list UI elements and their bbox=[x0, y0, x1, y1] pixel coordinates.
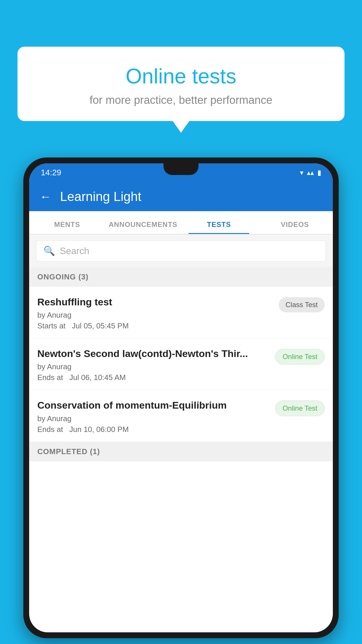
back-button[interactable]: ← bbox=[40, 190, 51, 203]
test-badge-online: Online Test bbox=[275, 400, 325, 416]
tabs-bar: MENTS ANNOUNCEMENTS TESTS VIDEOS bbox=[29, 211, 333, 235]
search-icon: 🔍 bbox=[43, 245, 55, 256]
bubble-title: Online tests bbox=[35, 64, 327, 88]
test-badge-online: Online Test bbox=[275, 349, 325, 365]
search-input[interactable]: Search bbox=[60, 246, 89, 256]
status-time: 14:29 bbox=[41, 168, 61, 177]
test-item[interactable]: Conservation of momentum-Equilibrium by … bbox=[29, 390, 333, 442]
app-bar-title: Learning Light bbox=[60, 189, 141, 204]
test-item[interactable]: Newton's Second law(contd)-Newton's Thir… bbox=[29, 338, 333, 390]
tab-announcements[interactable]: ANNOUNCEMENTS bbox=[105, 220, 181, 234]
status-bar: 14:29 ▾ ▴▴ ▮ bbox=[29, 163, 333, 182]
test-time: Starts at Jul 05, 05:45 PM bbox=[37, 321, 273, 330]
battery-icon: ▮ bbox=[317, 169, 321, 177]
test-item[interactable]: Reshuffling test by Anurag Starts at Jul… bbox=[29, 287, 333, 338]
speech-bubble-container: Online tests for more practice, better p… bbox=[17, 47, 345, 121]
ongoing-section-header: ONGOING (3) bbox=[29, 267, 333, 287]
test-info: Reshuffling test by Anurag Starts at Jul… bbox=[37, 295, 279, 330]
test-time: Ends at Jul 06, 10:45 AM bbox=[37, 373, 269, 382]
test-author: by Anurag bbox=[37, 311, 273, 320]
test-info: Conservation of momentum-Equilibrium by … bbox=[37, 399, 275, 434]
test-badge-class: Class Test bbox=[279, 297, 325, 312]
bubble-subtitle: for more practice, better performance bbox=[35, 94, 327, 106]
test-name: Conservation of momentum-Equilibrium bbox=[37, 399, 269, 412]
test-time: Ends at Jun 10, 06:00 PM bbox=[37, 425, 269, 434]
tab-videos[interactable]: VIDEOS bbox=[257, 220, 333, 234]
wifi-icon: ▾ bbox=[300, 169, 303, 177]
tab-ments[interactable]: MENTS bbox=[29, 220, 105, 234]
test-author: by Anurag bbox=[37, 362, 269, 371]
notch bbox=[164, 163, 198, 175]
test-name: Reshuffling test bbox=[37, 295, 273, 308]
signal-icon: ▴▴ bbox=[307, 169, 314, 177]
app-bar: ← Learning Light bbox=[29, 182, 333, 211]
completed-section-header: COMPLETED (1) bbox=[29, 442, 333, 461]
test-author: by Anurag bbox=[37, 414, 269, 423]
search-bar[interactable]: 🔍 Search bbox=[36, 240, 326, 261]
test-name: Newton's Second law(contd)-Newton's Thir… bbox=[37, 347, 269, 360]
tab-tests[interactable]: TESTS bbox=[181, 220, 257, 234]
phone-inner: 14:29 ▾ ▴▴ ▮ ← Learning Light MENTS ANNO… bbox=[29, 163, 333, 632]
speech-bubble: Online tests for more practice, better p… bbox=[17, 47, 345, 121]
phone-frame: 14:29 ▾ ▴▴ ▮ ← Learning Light MENTS ANNO… bbox=[23, 158, 339, 638]
status-icons: ▾ ▴▴ ▮ bbox=[300, 169, 321, 177]
test-info: Newton's Second law(contd)-Newton's Thir… bbox=[37, 347, 275, 382]
search-container: 🔍 Search bbox=[29, 235, 333, 267]
